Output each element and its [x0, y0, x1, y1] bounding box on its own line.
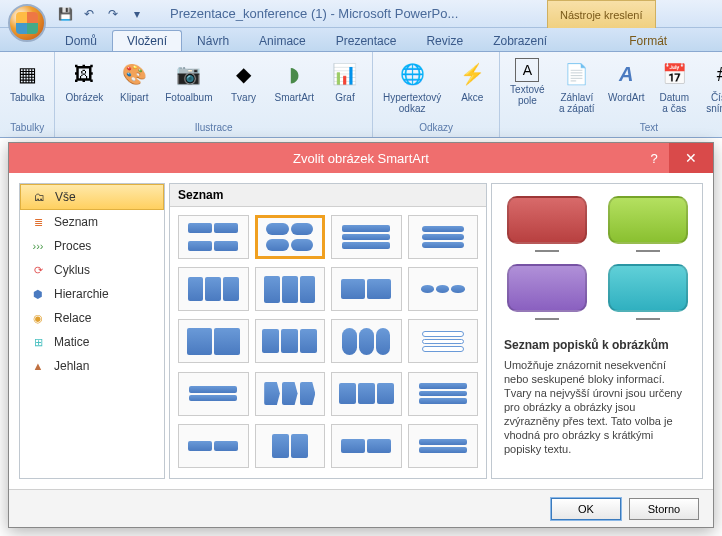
tab-anim[interactable]: Animace: [244, 30, 321, 51]
titlebar: 💾 ↶ ↷ ▾ Prezentace_konference (1) - Micr…: [0, 0, 722, 28]
layout-thumb[interactable]: [255, 319, 326, 363]
tab-present[interactable]: Prezentace: [321, 30, 412, 51]
album-icon: 📷: [173, 58, 205, 90]
textbox-button[interactable]: ATextové pole: [506, 56, 548, 108]
headerfooter-icon: 📄: [561, 58, 593, 90]
tab-home[interactable]: Domů: [50, 30, 112, 51]
tab-format[interactable]: Formát: [614, 30, 682, 51]
picture-icon: 🖼: [68, 58, 100, 90]
layout-thumb[interactable]: [408, 267, 479, 311]
layout-thumb[interactable]: [408, 424, 479, 468]
album-button[interactable]: 📷Fotoalbum: [161, 56, 216, 105]
tab-review[interactable]: Revize: [411, 30, 478, 51]
layout-header: Seznam: [170, 184, 486, 207]
tab-insert[interactable]: Vložení: [112, 30, 182, 51]
category-list: 🗂Vše ≣Seznam ›››Proces ⟳Cyklus ⬢Hierarch…: [19, 183, 165, 479]
action-button[interactable]: ⚡Akce: [451, 56, 493, 105]
shapes-icon: ◆: [228, 58, 260, 90]
cancel-button[interactable]: Storno: [629, 498, 699, 520]
preview-item: [504, 196, 589, 252]
save-icon[interactable]: 💾: [56, 5, 74, 23]
hyperlink-button[interactable]: 🌐Hypertextový odkaz: [379, 56, 445, 116]
textbox-icon: A: [515, 58, 539, 82]
layout-thumb[interactable]: [178, 424, 249, 468]
category-hierarchy[interactable]: ⬢Hierarchie: [20, 282, 164, 306]
ribbon-group-tables: ▦ Tabulka Tabulky: [0, 52, 55, 137]
tab-design[interactable]: Návrh: [182, 30, 244, 51]
picture-button[interactable]: 🖼Obrázek: [61, 56, 107, 105]
preview-grid: [504, 196, 690, 320]
dialog-title: Zvolit obrázek SmartArt: [293, 151, 429, 166]
pyramid-icon: ▲: [30, 359, 46, 373]
layout-thumb[interactable]: [408, 372, 479, 416]
category-list[interactable]: ≣Seznam: [20, 210, 164, 234]
layout-thumb[interactable]: [408, 319, 479, 363]
wordart-button[interactable]: AWordArt: [605, 56, 647, 105]
window-title: Prezentace_konference (1) - Microsoft Po…: [170, 6, 458, 21]
category-cycle[interactable]: ⟳Cyklus: [20, 258, 164, 282]
layout-thumb[interactable]: [331, 424, 402, 468]
layout-thumb[interactable]: [178, 372, 249, 416]
qat-dropdown-icon[interactable]: ▾: [128, 5, 146, 23]
layout-thumb[interactable]: [255, 372, 326, 416]
globe-icon: 🌐: [396, 58, 428, 90]
redo-icon[interactable]: ↷: [104, 5, 122, 23]
layout-thumb[interactable]: [331, 319, 402, 363]
category-all[interactable]: 🗂Vše: [20, 184, 164, 210]
ok-button[interactable]: OK: [551, 498, 621, 520]
ribbon-group-text: ATextové pole 📄Záhlaví a zápatí AWordArt…: [500, 52, 722, 137]
layout-thumb-selected[interactable]: [255, 215, 326, 259]
layout-thumb[interactable]: [331, 215, 402, 259]
contextual-tab-label: Nástroje kreslení: [547, 0, 656, 28]
layout-thumb[interactable]: [255, 424, 326, 468]
chart-button[interactable]: 📊Graf: [324, 56, 366, 105]
headerfooter-button[interactable]: 📄Záhlaví a zápatí: [554, 56, 599, 116]
layout-thumb[interactable]: [178, 319, 249, 363]
datetime-icon: 📅: [658, 58, 690, 90]
datetime-button[interactable]: 📅Datum a čas: [653, 56, 695, 116]
close-button[interactable]: ✕: [669, 143, 713, 173]
preview-panel: Seznam popisků k obrázkům Umožňuje znázo…: [491, 183, 703, 479]
table-icon: ▦: [11, 58, 43, 90]
smartart-icon: ◗: [278, 58, 310, 90]
slidenum-button[interactable]: #Číslo snímku: [701, 56, 722, 116]
matrix-icon: ⊞: [30, 335, 46, 349]
description-title: Seznam popisků k obrázkům: [504, 338, 690, 352]
category-relation[interactable]: ◉Relace: [20, 306, 164, 330]
layout-thumb[interactable]: [331, 372, 402, 416]
relation-icon: ◉: [30, 311, 46, 325]
preview-item: [605, 264, 690, 320]
ribbon-group-links: 🌐Hypertextový odkaz ⚡Akce Odkazy: [373, 52, 500, 137]
help-button[interactable]: ?: [639, 143, 669, 173]
shapes-button[interactable]: ◆Tvary: [223, 56, 265, 105]
layout-thumb[interactable]: [331, 267, 402, 311]
clipart-icon: 🎨: [118, 58, 150, 90]
layout-thumb[interactable]: [408, 215, 479, 259]
clipart-button[interactable]: 🎨Klipart: [113, 56, 155, 105]
layout-panel: Seznam: [169, 183, 487, 479]
category-pyramid[interactable]: ▲Jehlan: [20, 354, 164, 378]
category-process[interactable]: ›››Proces: [20, 234, 164, 258]
preview-item: [504, 264, 589, 320]
dialog-body: 🗂Vše ≣Seznam ›››Proces ⟳Cyklus ⬢Hierarch…: [9, 173, 713, 489]
wordart-icon: A: [610, 58, 642, 90]
layout-thumb[interactable]: [178, 215, 249, 259]
layout-thumb[interactable]: [178, 267, 249, 311]
smartart-button[interactable]: ◗SmartArt: [271, 56, 318, 105]
description-text: Umožňuje znázornit nesekvenční nebo sesk…: [504, 358, 690, 456]
smartart-dialog: Zvolit obrázek SmartArt ? ✕ 🗂Vše ≣Seznam…: [8, 142, 714, 528]
action-icon: ⚡: [456, 58, 488, 90]
dialog-titlebar: Zvolit obrázek SmartArt ? ✕: [9, 143, 713, 173]
preview-item: [605, 196, 690, 252]
layout-thumb[interactable]: [255, 267, 326, 311]
tab-view[interactable]: Zobrazení: [478, 30, 562, 51]
undo-icon[interactable]: ↶: [80, 5, 98, 23]
hierarchy-icon: ⬢: [30, 287, 46, 301]
dialog-footer: OK Storno: [9, 489, 713, 527]
slidenum-icon: #: [706, 58, 722, 90]
table-button[interactable]: ▦ Tabulka: [6, 56, 48, 105]
office-button[interactable]: [8, 4, 46, 42]
quick-access-toolbar: 💾 ↶ ↷ ▾: [56, 5, 146, 23]
layout-grid: [170, 207, 486, 478]
category-matrix[interactable]: ⊞Matice: [20, 330, 164, 354]
